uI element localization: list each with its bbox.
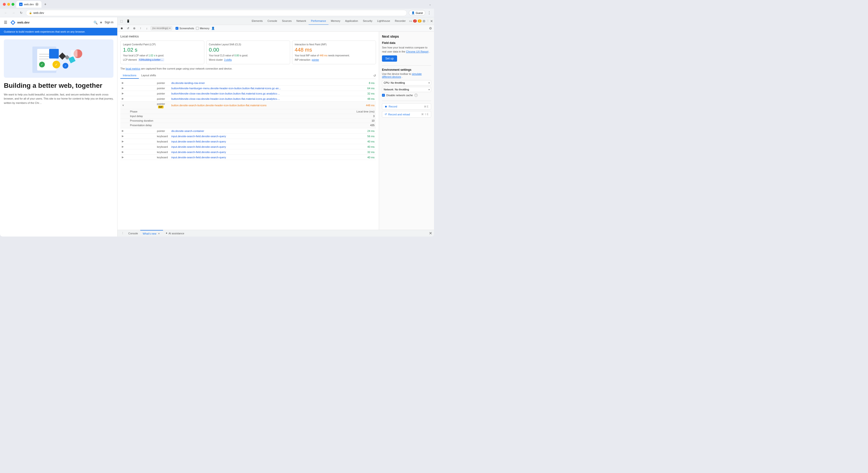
devtools-settings-icon[interactable]: ⚙ (423, 19, 426, 23)
ai-assistance-tab[interactable]: ✦ AI assistance (163, 230, 187, 237)
forward-button[interactable]: → (10, 10, 16, 16)
theme-icon[interactable]: ☀ (99, 21, 103, 25)
tab-close-button[interactable]: ✕ (35, 3, 39, 6)
whats-new-tab[interactable]: What's new ✕ (140, 230, 163, 237)
svg-marker-10 (59, 53, 66, 60)
interactions-table: ▶ pointer div.devsite-landing-row-inner … (120, 80, 376, 160)
maximize-traffic-light[interactable] (11, 3, 14, 6)
more-tabs-icon[interactable]: >> (409, 20, 412, 23)
lcp-element-tag[interactable]: h3#building-a-better-... (138, 58, 164, 61)
expand-icon[interactable]: ▶ (120, 80, 156, 86)
record-button[interactable]: ⏺ Record ⌘ E (382, 104, 431, 110)
tab-interactions[interactable]: Interactions (120, 72, 139, 79)
reload-toolbar-button[interactable]: ↺ (126, 26, 130, 31)
console-tab[interactable]: Console (126, 230, 140, 237)
bottom-close-button[interactable]: ✕ (429, 231, 432, 236)
new-tab-button[interactable]: + (42, 1, 48, 7)
memory-checkbox[interactable] (196, 27, 199, 30)
minimize-traffic-light[interactable] (7, 3, 10, 6)
chrome-ux-report-link[interactable]: Chrome UX Report (406, 50, 429, 53)
upload-toolbar-button[interactable]: ↑ (138, 26, 143, 31)
expand-icon[interactable]: ▶ (120, 134, 156, 139)
table-row[interactable]: ▶ pointer button#devsite-hamburger-menu.… (120, 86, 376, 91)
localtime-col-header: Local time (ms) (170, 109, 376, 114)
clear-toolbar-button[interactable]: ⊗ (132, 26, 137, 31)
table-row[interactable]: ▶ keyboard input.devsite-search-field.de… (120, 139, 376, 144)
close-traffic-light[interactable] (3, 3, 6, 6)
guest-button[interactable]: 👤 Guest (409, 10, 425, 16)
tab-performance[interactable]: Performance (309, 17, 329, 25)
browser-menu-button[interactable]: ⋮ (427, 10, 431, 15)
table-row[interactable]: ▶ keyboard input.devsite-search-field.de… (120, 149, 376, 155)
table-row[interactable]: ▶ pointer div.devsite-landing-row-inner … (120, 80, 376, 86)
sign-in-button[interactable]: Sign in (104, 21, 114, 25)
disable-cache-help-icon[interactable]: ? (414, 93, 418, 97)
whats-new-close-button[interactable]: ✕ (157, 232, 161, 235)
expand-icon[interactable]: ▶ (120, 155, 156, 160)
reload-button[interactable]: ↻ (18, 10, 24, 16)
expand-icon[interactable]: ▶ (120, 96, 156, 101)
address-bar[interactable]: 🔒 web.dev (26, 10, 407, 16)
tab-security[interactable]: Security (361, 17, 375, 25)
refresh-interactions-icon[interactable]: ↺ (373, 74, 376, 78)
tab-network[interactable]: Network (294, 17, 308, 25)
devtools-close-button[interactable]: ✕ (430, 19, 433, 23)
inp-interaction-link[interactable]: pointer (312, 59, 319, 61)
local-metrics-link[interactable]: local metrics (126, 67, 140, 70)
cpu-throttle-select[interactable]: CPU: No throttling 4x slowdown 6x slowdo… (382, 80, 431, 85)
bottom-menu-icon[interactable]: ⋮ (119, 232, 126, 235)
expand-icon[interactable]: ▼ (120, 101, 156, 109)
setup-button[interactable]: Set up (382, 55, 397, 62)
tab-console[interactable]: Console (265, 17, 280, 25)
tab-application[interactable]: Application (343, 17, 361, 25)
tab-lighthouse[interactable]: Lighthouse (375, 17, 393, 25)
interaction-type: pointer (156, 96, 170, 101)
hamburger-icon[interactable]: ☰ (4, 20, 7, 25)
record-toolbar-button[interactable]: ⏺ (119, 26, 124, 31)
table-row[interactable]: ▶ keyboard input.devsite-search-field.de… (120, 134, 376, 139)
table-row[interactable]: ▶ pointer button#devsite-close-nav.devsi… (120, 96, 376, 101)
table-row[interactable]: ▶ keyboard input.devsite-search-field.de… (120, 155, 376, 160)
back-button[interactable]: ← (3, 10, 9, 16)
expand-icon[interactable]: ▶ (120, 149, 156, 155)
phase-row: Presentation delay 435 (120, 123, 376, 128)
expand-icon[interactable]: ▶ (120, 91, 156, 96)
screenshots-checkbox[interactable]: ✓ (176, 27, 178, 30)
interaction-time: 40 ms (355, 144, 376, 149)
search-icon[interactable]: 🔍 (94, 21, 98, 25)
perf-settings-icon[interactable]: ⚙ (429, 26, 432, 30)
hero-svg: ✓ ✓ ✓ (18, 42, 99, 75)
network-throttle-select[interactable]: Network: No throttling Fast 4G Slow 4G S… (382, 87, 431, 92)
next-steps-sidebar: Next steps Field data See how your local… (379, 32, 434, 230)
site-nav-icons: 🔍 ☀ Sign in (94, 21, 114, 25)
recordings-dropdown[interactable]: (no recordings) ▾ (151, 26, 172, 30)
expand-icon[interactable]: ▶ (120, 128, 156, 134)
tab-layout-shifts[interactable]: Layout shifts (139, 72, 158, 79)
device-icon[interactable]: 📱 (125, 18, 131, 24)
more-tabs-button[interactable]: ⌄ (429, 3, 431, 6)
table-row[interactable]: ▼ pointer INP button.devsite-search-butt… (120, 101, 376, 109)
table-row[interactable]: ▶ pointer button#devsite-close-nav.devsi… (120, 91, 376, 96)
browser-window: w web.dev ✕ + ⌄ ← → ↻ 🔒 web.dev 👤 Guest … (0, 0, 434, 237)
record-reload-button[interactable]: ↺ Record and reload ⌘ ⇧ E (382, 111, 431, 118)
interaction-type: pointer (156, 80, 170, 86)
expand-icon[interactable]: ▶ (120, 144, 156, 149)
inspect-icon[interactable]: ⬚ (119, 18, 124, 24)
disable-cache-checkbox[interactable]: ✓ (382, 94, 385, 97)
cls-shifts-link[interactable]: 3 shifts (224, 59, 232, 61)
table-row[interactable]: ▶ keyboard input.devsite-search-field.de… (120, 144, 376, 149)
screenshots-option[interactable]: ✓ Screenshots (176, 27, 194, 30)
download-toolbar-button[interactable]: ↓ (144, 26, 149, 31)
lcp-element: LCP element h3#building-a-better-... (123, 58, 202, 62)
site-header: ☰ web.dev 🔍 ☀ Sign in (0, 17, 117, 28)
table-row[interactable]: ▶ pointer div.devsite-search-container 2… (120, 128, 376, 134)
expand-icon[interactable]: ▶ (120, 86, 156, 91)
tab-sources[interactable]: Sources (280, 17, 294, 25)
memory-option[interactable]: Memory (196, 27, 209, 30)
expand-icon[interactable]: ▶ (120, 139, 156, 144)
tab-recorder[interactable]: Recorder (393, 17, 408, 25)
tab-elements[interactable]: Elements (249, 17, 265, 25)
tab-memory[interactable]: Memory (329, 17, 343, 25)
active-tab[interactable]: w web.dev ✕ (16, 1, 41, 8)
devtools-kebab-icon[interactable]: ⋮ (427, 20, 429, 23)
